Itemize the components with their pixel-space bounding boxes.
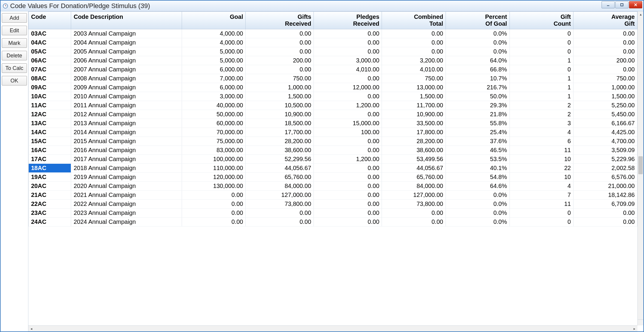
cell-code[interactable]: 18AC <box>29 164 71 173</box>
vertical-scrollbar[interactable]: ▴ ▾ <box>637 11 643 325</box>
table-row[interactable]: 22AC2022 Annual Campaign0.0073,800.000.0… <box>29 200 637 209</box>
cell-average-gift[interactable]: 4,425.00 <box>573 128 637 137</box>
cell-average-gift[interactable]: 5,229.96 <box>573 155 637 164</box>
cell-percent-of-goal[interactable]: 55.8% <box>446 119 510 128</box>
header-row[interactable]: Code Code Description Goal GiftsReceived… <box>29 12 637 29</box>
cell-combined-total[interactable]: 33,500.00 <box>382 119 446 128</box>
scroll-up-icon[interactable]: ▴ <box>638 11 643 17</box>
cell-code[interactable]: 23AC <box>29 209 71 218</box>
table-row[interactable]: 21AC2021 Annual Campaign0.00127,000.000.… <box>29 191 637 200</box>
table-row[interactable]: 11AC2011 Annual Campaign40,000.0010,500.… <box>29 101 637 110</box>
table-row[interactable]: 24AC2024 Annual Campaign0.000.000.000.00… <box>29 218 637 227</box>
cell-average-gift[interactable]: 2,002.58 <box>573 164 637 173</box>
cell-combined-total[interactable]: 17,800.00 <box>382 128 446 137</box>
cell-description[interactable]: 2003 Annual Campaign <box>71 29 182 38</box>
cell-goal[interactable]: 60,000.00 <box>182 119 246 128</box>
cell-pledges-received[interactable]: 0.00 <box>314 200 382 209</box>
cell-gift-count[interactable]: 10 <box>510 155 573 164</box>
cell-percent-of-goal[interactable]: 0.0% <box>446 200 510 209</box>
cell-percent-of-goal[interactable]: 40.1% <box>446 164 510 173</box>
cell-average-gift[interactable]: 5,250.00 <box>573 101 637 110</box>
cell-code[interactable]: 15AC <box>29 137 71 146</box>
table-row[interactable]: 14AC2014 Annual Campaign70,000.0017,700.… <box>29 128 637 137</box>
cell-gift-count[interactable]: 1 <box>510 92 573 101</box>
col-percent-of-goal[interactable]: PercentOf Goal <box>446 12 510 29</box>
cell-average-gift[interactable]: 4,700.00 <box>573 137 637 146</box>
cell-code[interactable]: 24AC <box>29 218 71 227</box>
cell-percent-of-goal[interactable]: 54.8% <box>446 173 510 182</box>
cell-percent-of-goal[interactable]: 0.0% <box>446 47 510 56</box>
cell-gifts-received[interactable]: 73,800.00 <box>246 200 314 209</box>
col-average-gift[interactable]: AverageGift <box>573 12 637 29</box>
table-row[interactable]: 06AC2006 Annual Campaign5,000.00200.003,… <box>29 56 637 65</box>
cell-goal[interactable]: 6,000.00 <box>182 65 246 74</box>
cell-description[interactable]: 2021 Annual Campaign <box>71 191 182 200</box>
cell-combined-total[interactable]: 13,000.00 <box>382 83 446 92</box>
cell-goal[interactable]: 3,000.00 <box>182 92 246 101</box>
to-calc-button[interactable]: To Calc <box>2 63 27 73</box>
cell-gift-count[interactable]: 6 <box>510 137 573 146</box>
table-row[interactable]: 19AC2019 Annual Campaign120,000.0065,760… <box>29 173 637 182</box>
col-gift-count[interactable]: GiftCount <box>510 12 573 29</box>
cell-description[interactable]: 2023 Annual Campaign <box>71 209 182 218</box>
cell-goal[interactable]: 50,000.00 <box>182 110 246 119</box>
cell-gifts-received[interactable]: 200.00 <box>246 56 314 65</box>
cell-description[interactable]: 2005 Annual Campaign <box>71 47 182 56</box>
cell-description[interactable]: 2017 Annual Campaign <box>71 155 182 164</box>
cell-percent-of-goal[interactable]: 50.0% <box>446 92 510 101</box>
table-row[interactable]: 07AC2007 Annual Campaign6,000.000.004,01… <box>29 65 637 74</box>
mark-button[interactable]: Mark <box>2 38 27 48</box>
cell-gift-count[interactable]: 10 <box>510 173 573 182</box>
cell-combined-total[interactable]: 0.00 <box>382 29 446 38</box>
table-row[interactable]: 18AC2018 Annual Campaign110,000.0044,056… <box>29 164 637 173</box>
cell-goal[interactable]: 83,000.00 <box>182 146 246 155</box>
cell-average-gift[interactable]: 21,000.00 <box>573 182 637 191</box>
cell-pledges-received[interactable]: 12,000.00 <box>314 83 382 92</box>
cell-combined-total[interactable]: 0.00 <box>382 218 446 227</box>
scroll-left-icon[interactable]: ◂ <box>28 326 34 331</box>
cell-goal[interactable]: 70,000.00 <box>182 128 246 137</box>
cell-average-gift[interactable]: 200.00 <box>573 56 637 65</box>
cell-pledges-received[interactable]: 0.00 <box>314 173 382 182</box>
cell-code[interactable]: 17AC <box>29 155 71 164</box>
cell-average-gift[interactable]: 5,450.00 <box>573 110 637 119</box>
cell-combined-total[interactable]: 750.00 <box>382 74 446 83</box>
cell-average-gift[interactable]: 0.00 <box>573 47 637 56</box>
cell-gifts-received[interactable]: 0.00 <box>246 38 314 47</box>
cell-percent-of-goal[interactable]: 21.8% <box>446 110 510 119</box>
col-gifts-received[interactable]: GiftsReceived <box>246 12 314 29</box>
cell-gift-count[interactable]: 11 <box>510 200 573 209</box>
cell-gifts-received[interactable]: 0.00 <box>246 47 314 56</box>
cell-percent-of-goal[interactable]: 216.7% <box>446 83 510 92</box>
cell-gift-count[interactable]: 0 <box>510 29 573 38</box>
cell-description[interactable]: 2009 Annual Campaign <box>71 83 182 92</box>
cell-average-gift[interactable]: 0.00 <box>573 29 637 38</box>
cell-goal[interactable]: 0.00 <box>182 218 246 227</box>
close-button[interactable] <box>629 1 642 8</box>
cell-pledges-received[interactable]: 1,200.00 <box>314 155 382 164</box>
cell-combined-total[interactable]: 11,700.00 <box>382 101 446 110</box>
cell-gifts-received[interactable]: 750.00 <box>246 74 314 83</box>
cell-gifts-received[interactable]: 28,200.00 <box>246 137 314 146</box>
cell-pledges-received[interactable]: 0.00 <box>314 218 382 227</box>
cell-average-gift[interactable]: 0.00 <box>573 65 637 74</box>
cell-pledges-received[interactable]: 0.00 <box>314 110 382 119</box>
cell-description[interactable]: 2024 Annual Campaign <box>71 218 182 227</box>
cell-gifts-received[interactable]: 84,000.00 <box>246 182 314 191</box>
col-code[interactable]: Code <box>29 12 71 29</box>
cell-pledges-received[interactable]: 4,010.00 <box>314 65 382 74</box>
cell-code[interactable]: 08AC <box>29 74 71 83</box>
cell-average-gift[interactable]: 0.00 <box>573 218 637 227</box>
cell-description[interactable]: 2006 Annual Campaign <box>71 56 182 65</box>
cell-description[interactable]: 2018 Annual Campaign <box>71 164 182 173</box>
col-combined-total[interactable]: CombinedTotal <box>382 12 446 29</box>
cell-average-gift[interactable]: 3,509.09 <box>573 146 637 155</box>
table-row[interactable]: 10AC2010 Annual Campaign3,000.001,500.00… <box>29 92 637 101</box>
cell-gift-count[interactable]: 3 <box>510 119 573 128</box>
titlebar[interactable]: Code Values For Donation/Pledge Stimulus… <box>1 1 643 11</box>
cell-code[interactable]: 21AC <box>29 191 71 200</box>
cell-goal[interactable]: 130,000.00 <box>182 182 246 191</box>
cell-pledges-received[interactable]: 0.00 <box>314 38 382 47</box>
cell-gift-count[interactable]: 1 <box>510 74 573 83</box>
cell-combined-total[interactable]: 3,200.00 <box>382 56 446 65</box>
